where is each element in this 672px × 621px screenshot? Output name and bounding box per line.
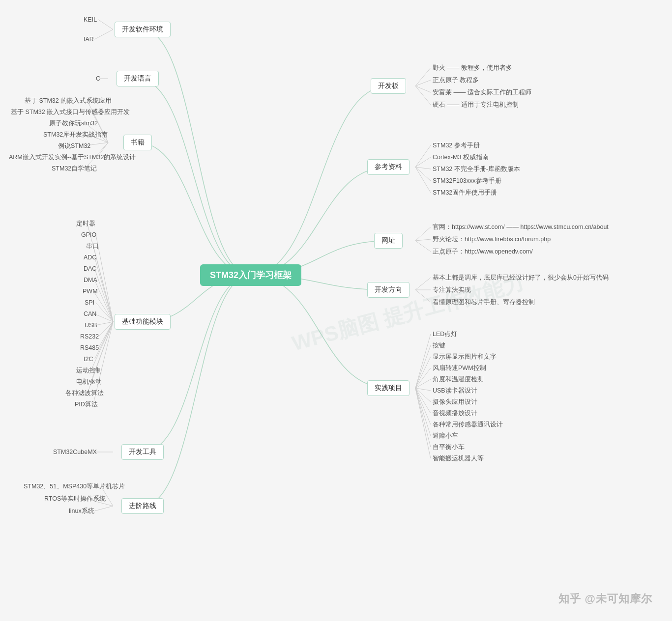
leaf-text: STM32、51、MSP430等单片机芯片 [24, 482, 125, 491]
watermark: 知乎 @未可知摩尔 [558, 592, 652, 606]
branch-books: 书籍 [123, 135, 152, 150]
svg-line-31 [415, 68, 431, 86]
svg-line-45 [415, 290, 431, 302]
leaf-text: I2C [84, 356, 93, 363]
leaf-text: RS485 [80, 344, 99, 351]
leaf-text: 硬石 —— 适用于专注电机控制 [433, 101, 519, 109]
branch-adv_path: 进阶路线 [121, 498, 164, 514]
leaf-text: 官网：https://www.st.com/ —— https://www.st… [433, 223, 609, 231]
leaf-text: STM32自学笔记 [52, 165, 97, 173]
branch-dev_tools: 开发工具 [121, 444, 164, 460]
leaf-text: linux系统 [69, 507, 94, 515]
leaf-text: DMA [84, 277, 97, 283]
leaf-text: 角度和温湿度检测 [433, 375, 484, 384]
svg-line-17 [96, 303, 114, 322]
leaf-text: 正点原子：http://www.openedv.com/ [433, 248, 533, 256]
svg-line-40 [415, 227, 431, 241]
leaf-text: 原子教你玩stm32 [49, 119, 98, 128]
svg-line-36 [415, 157, 431, 167]
leaf-text: LED点灯 [433, 330, 457, 339]
leaf-text: IAR [84, 36, 94, 43]
svg-line-57 [415, 388, 431, 458]
branch-urls: 网址 [374, 233, 403, 249]
leaf-text: ARM嵌入式开发实例--基于STM32的系统设计 [9, 153, 136, 162]
svg-line-51 [415, 388, 431, 391]
svg-line-43 [415, 278, 431, 290]
leaf-text: CAN [84, 310, 96, 317]
leaf-text: 野火论坛：http://www.firebbs.cn/forum.php [433, 235, 551, 244]
leaf-text: STM32 参考手册 [433, 141, 480, 150]
svg-line-37 [415, 167, 431, 169]
leaf-text: Cortex-M3 权威指南 [433, 153, 489, 162]
branch-dev_env: 开发软件环境 [115, 22, 171, 37]
leaf-text: USB读卡器设计 [433, 387, 477, 395]
svg-line-32 [415, 80, 431, 86]
leaf-text: 自平衡小车 [433, 443, 465, 452]
leaf-text: GPIO [81, 231, 96, 238]
svg-line-48 [415, 357, 431, 388]
leaf-text: STM32F103xxx参考手册 [433, 177, 501, 185]
svg-line-39 [415, 167, 431, 193]
leaf-text: 定时器 [76, 220, 95, 228]
leaf-text: 基于 STM32 的嵌入式系统应用 [25, 97, 112, 105]
leaf-text: ADC [84, 254, 96, 261]
leaf-text: 各种常用传感器通讯设计 [433, 421, 503, 429]
leaf-text: 音视频播放设计 [433, 409, 477, 418]
svg-line-34 [415, 86, 431, 105]
svg-line-50 [415, 379, 431, 388]
leaf-text: STM32库开发实战指南 [43, 131, 108, 139]
leaf-text: 电机驱动 [76, 378, 102, 386]
svg-line-41 [415, 239, 431, 241]
leaf-text: 风扇转速PWM控制 [433, 364, 486, 372]
svg-line-35 [415, 145, 431, 167]
leaf-text: STM32CubeMX [53, 449, 97, 455]
leaf-text: 正点原子 教程多 [433, 76, 479, 85]
leaf-text: 野火 —— 教程多，使用者多 [433, 64, 512, 72]
leaf-text: 基本上都是调库，底层库已经设计好了，很少会从0开始写代码 [433, 274, 609, 282]
branch-practice: 实践项目 [367, 380, 409, 396]
svg-line-56 [415, 388, 431, 447]
leaf-text: KEIL [84, 16, 97, 23]
leaf-text: 避障小车 [433, 432, 458, 440]
leaf-text: SPI [85, 299, 94, 306]
svg-line-10 [88, 224, 114, 322]
svg-line-46 [415, 334, 431, 388]
svg-line-20 [99, 322, 114, 337]
svg-line-55 [415, 388, 431, 436]
branch-ref_docs: 参考资料 [367, 159, 409, 175]
connections-svg [0, 0, 672, 621]
svg-line-22 [95, 322, 114, 359]
leaf-text: 例说STM32 [58, 142, 90, 150]
svg-line-15 [95, 280, 114, 322]
leaf-text: 安富莱 —— 适合实际工作的工程师 [433, 88, 531, 97]
leaf-text: DAC [84, 265, 96, 272]
leaf-text: STM32固件库使用手册 [433, 189, 497, 197]
svg-line-33 [415, 86, 431, 92]
svg-line-42 [415, 241, 431, 252]
leaf-text: RS232 [80, 333, 99, 340]
leaf-text: PID算法 [75, 400, 98, 409]
leaf-text: 显示屏显示图片和文字 [433, 353, 497, 361]
svg-line-54 [415, 388, 431, 424]
branch-dev_lang: 开发语言 [117, 71, 159, 86]
svg-line-19 [96, 322, 114, 325]
svg-line-1 [95, 29, 114, 39]
leaf-text: USB [85, 322, 97, 329]
svg-line-38 [415, 167, 431, 181]
svg-line-0 [98, 20, 113, 29]
leaf-text: C [96, 75, 100, 82]
mindmap-container: STM32入门学习框架 WPS脑图 提升工作效能力 知乎 @未可知摩尔 开发软件… [0, 0, 672, 621]
svg-line-53 [415, 388, 431, 413]
branch-basic_funcs: 基础功能模块 [115, 314, 171, 330]
svg-line-49 [415, 368, 431, 388]
leaf-text: 智能搬运机器人等 [433, 454, 484, 463]
svg-line-21 [99, 322, 114, 348]
leaf-text: 基于 STM32 嵌入式接口与传感器应用开发 [11, 108, 130, 116]
leaf-text: 串口 [86, 242, 99, 251]
leaf-text: STM32 不完全手册-库函数版本 [433, 165, 520, 173]
branch-dev_board: 开发板 [371, 78, 406, 94]
svg-line-47 [415, 345, 431, 388]
branch-dev_dir: 开发方向 [367, 282, 409, 298]
leaf-text: 各种滤波算法 [65, 389, 104, 397]
leaf-text: 按键 [433, 341, 445, 350]
